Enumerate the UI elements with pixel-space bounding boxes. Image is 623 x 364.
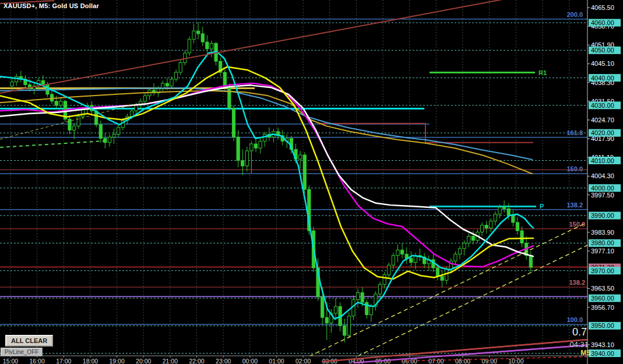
svg-text:3960.00: 3960.00 bbox=[591, 295, 614, 302]
svg-text:4065.50: 4065.50 bbox=[591, 4, 614, 11]
svg-text:00:00: 00:00 bbox=[242, 358, 258, 364]
svg-text:4040.00: 4040.00 bbox=[591, 75, 614, 82]
svg-text:200.0: 200.0 bbox=[566, 11, 583, 18]
svg-text:18:00: 18:00 bbox=[83, 358, 98, 364]
svg-text:15:00: 15:00 bbox=[3, 358, 18, 364]
svg-text:4024.70: 4024.70 bbox=[591, 116, 614, 123]
svg-text:4045.10: 4045.10 bbox=[591, 60, 614, 67]
svg-text:4030.00: 4030.00 bbox=[591, 102, 614, 109]
mt4-chart-window: 200.0161.8150.0138.2100.0150.0138.2R1P15… bbox=[0, 0, 623, 364]
svg-text:3950.00: 3950.00 bbox=[591, 322, 614, 329]
svg-text:16:00: 16:00 bbox=[30, 358, 45, 364]
price-axis: 4065.504058.704051.904045.104038.304031.… bbox=[587, 0, 623, 364]
svg-text:100.0: 100.0 bbox=[566, 316, 583, 323]
svg-text:3997.50: 3997.50 bbox=[591, 192, 614, 199]
chart-title: XAUUSD+, M5: Gold US Dollar bbox=[3, 2, 99, 9]
svg-text:3983.90: 3983.90 bbox=[591, 229, 614, 236]
svg-text:19:00: 19:00 bbox=[109, 358, 124, 364]
svg-text:08:00: 08:00 bbox=[455, 358, 470, 364]
svg-text:4010.00: 4010.00 bbox=[591, 157, 614, 164]
svg-text:R1: R1 bbox=[538, 69, 547, 76]
svg-text:4050.00: 4050.00 bbox=[591, 47, 614, 54]
svg-text:21:00: 21:00 bbox=[163, 358, 178, 364]
all-clear-button[interactable]: ALL CLEAR bbox=[5, 335, 53, 347]
svg-text:150.0: 150.0 bbox=[566, 165, 583, 172]
price-chart[interactable]: 200.0161.8150.0138.2100.0150.0138.2R1P15… bbox=[0, 0, 623, 364]
svg-text:10:00: 10:00 bbox=[508, 358, 523, 364]
svg-text:138.2: 138.2 bbox=[569, 279, 585, 286]
candle-countdown: 04:31 bbox=[569, 340, 589, 349]
svg-text:3980.00: 3980.00 bbox=[591, 239, 614, 246]
svg-text:09:00: 09:00 bbox=[482, 358, 497, 364]
svg-text:3970.00: 3970.00 bbox=[591, 267, 614, 274]
svg-text:23:00: 23:00 bbox=[216, 358, 231, 364]
svg-text:01:00: 01:00 bbox=[269, 358, 284, 364]
svg-text:20:00: 20:00 bbox=[136, 358, 151, 364]
svg-text:22:00: 22:00 bbox=[189, 358, 204, 364]
svg-text:3943.10: 3943.10 bbox=[591, 341, 614, 348]
svg-text:4000.00: 4000.00 bbox=[591, 185, 614, 192]
svg-text:02:00: 02:00 bbox=[295, 358, 311, 364]
spread-value: 0.7 bbox=[572, 326, 587, 338]
svg-text:4020.00: 4020.00 bbox=[591, 129, 614, 136]
svg-text:07:00: 07:00 bbox=[428, 358, 444, 364]
svg-text:3963.50: 3963.50 bbox=[591, 285, 614, 292]
svg-text:3956.70: 3956.70 bbox=[591, 304, 614, 311]
svg-text:3990.00: 3990.00 bbox=[591, 212, 614, 219]
svg-text:4004.30: 4004.30 bbox=[591, 172, 614, 179]
period-label: M5 bbox=[580, 349, 590, 357]
svg-text:3977.10: 3977.10 bbox=[591, 248, 614, 255]
svg-text:P: P bbox=[540, 203, 544, 210]
svg-text:17:00: 17:00 bbox=[56, 358, 71, 364]
svg-text:161.8: 161.8 bbox=[566, 129, 583, 136]
svg-text:4060.00: 4060.00 bbox=[591, 19, 614, 26]
svg-text:3940.00: 3940.00 bbox=[591, 350, 614, 357]
svg-text:138.2: 138.2 bbox=[566, 202, 583, 208]
pivline-toggle-button[interactable]: PivLine_OFF bbox=[1, 348, 43, 356]
